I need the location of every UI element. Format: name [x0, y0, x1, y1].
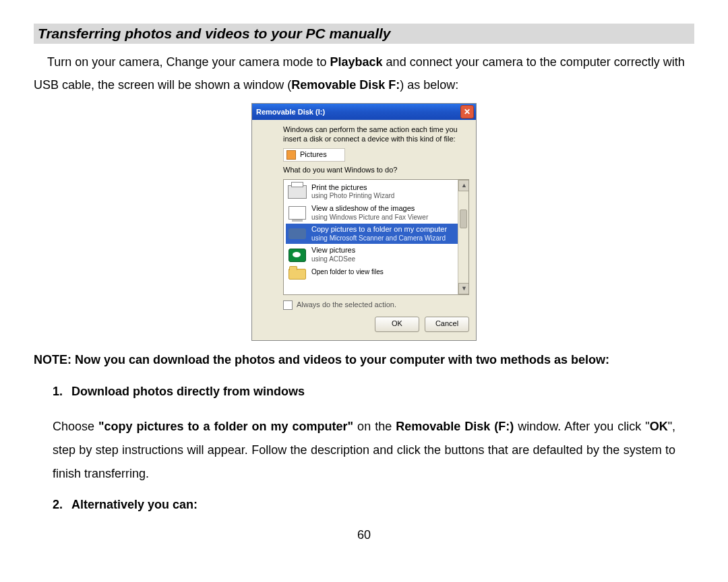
always-action-row[interactable]: Always do the selected action.: [283, 300, 469, 310]
option-title: Open folder to view files: [311, 268, 384, 277]
file-type-row: Pictures: [283, 148, 345, 162]
removable-disk-dialog: Removable Disk (I:) ✕ Windows can perfor…: [251, 103, 477, 340]
close-icon[interactable]: ✕: [460, 105, 474, 119]
method-1-heading: 1.Download photos directly from windows: [53, 385, 694, 399]
cancel-button[interactable]: Cancel: [425, 317, 469, 332]
checkbox[interactable]: [283, 300, 293, 310]
list-number: 1.: [53, 385, 71, 399]
option-title: Print the pictures: [311, 183, 394, 193]
option-sub: using ACDSee: [311, 255, 355, 264]
option-title: Copy pictures to a folder on my computer: [311, 225, 447, 234]
pictures-label: Pictures: [300, 150, 327, 160]
text: window. After you click ": [514, 420, 649, 433]
text: ) as below:: [400, 78, 458, 92]
pictures-icon: [286, 150, 296, 160]
option-copy-pictures[interactable]: Copy pictures to a folder on my computer…: [286, 224, 458, 244]
list-text: Alternatively you can:: [71, 498, 198, 511]
scrollbar[interactable]: ▲ ▼: [458, 180, 468, 294]
intro-paragraph: Turn on your camera, Change your camera …: [34, 51, 694, 96]
option-print[interactable]: Print the picturesusing Photo Printing W…: [286, 182, 458, 202]
option-title: View pictures: [311, 246, 355, 255]
scroll-up-icon[interactable]: ▲: [458, 180, 469, 191]
option-sub: using Windows Picture and Fax Viewer: [311, 214, 428, 222]
dialog-question: What do you want Windows to do?: [283, 166, 469, 175]
text: on the: [353, 420, 396, 433]
eye-icon: [289, 249, 306, 262]
option-open-folder[interactable]: Open folder to view files: [286, 266, 458, 280]
bold-copy-quote: "copy pictures to a folder on my compute…: [98, 420, 353, 433]
option-view-acdsee[interactable]: View picturesusing ACDSee: [286, 245, 458, 265]
bold-disk-window: Removable Disk (F:): [396, 420, 514, 433]
bold-ok: OK: [650, 420, 668, 433]
option-sub: using Microsoft Scanner and Camera Wizar…: [311, 234, 447, 243]
folder-icon: [289, 269, 306, 280]
printer-icon: [288, 185, 307, 199]
scroll-down-icon[interactable]: ▼: [458, 283, 469, 294]
method-1-paragraph: Choose "copy pictures to a folder on my …: [53, 415, 675, 486]
dialog-screenshot: Removable Disk (I:) ✕ Windows can perfor…: [34, 103, 694, 340]
option-sub: using Photo Printing Wizard: [311, 192, 394, 201]
section-heading: Transferring photos and videos to your P…: [34, 24, 694, 44]
text: Turn on your camera, Change your camera …: [47, 55, 330, 69]
option-title: View a slideshow of the images: [311, 204, 428, 214]
screen-icon: [289, 206, 306, 220]
text: Choose: [53, 420, 98, 433]
bold-disk: Removable Disk F:: [291, 78, 400, 92]
always-label: Always do the selected action.: [297, 300, 396, 310]
note-text: NOTE: Now you can download the photos an…: [34, 353, 694, 367]
list-number: 2.: [53, 498, 71, 512]
dialog-intro-text: Windows can perform the same action each…: [283, 125, 469, 144]
ok-button[interactable]: OK: [375, 317, 419, 332]
method-2-heading: 2.Alternatively you can:: [53, 498, 694, 512]
list-text: Download photos directly from windows: [71, 385, 305, 398]
bold-playback: Playback: [330, 55, 383, 69]
camera-icon: [289, 228, 306, 239]
titlebar: Removable Disk (I:) ✕: [252, 104, 476, 120]
scroll-thumb[interactable]: [460, 209, 467, 228]
option-listbox[interactable]: Print the picturesusing Photo Printing W…: [283, 179, 469, 295]
option-slideshow[interactable]: View a slideshow of the imagesusing Wind…: [286, 203, 458, 223]
page-number: 60: [34, 528, 694, 542]
dialog-title: Removable Disk (I:): [256, 108, 325, 117]
